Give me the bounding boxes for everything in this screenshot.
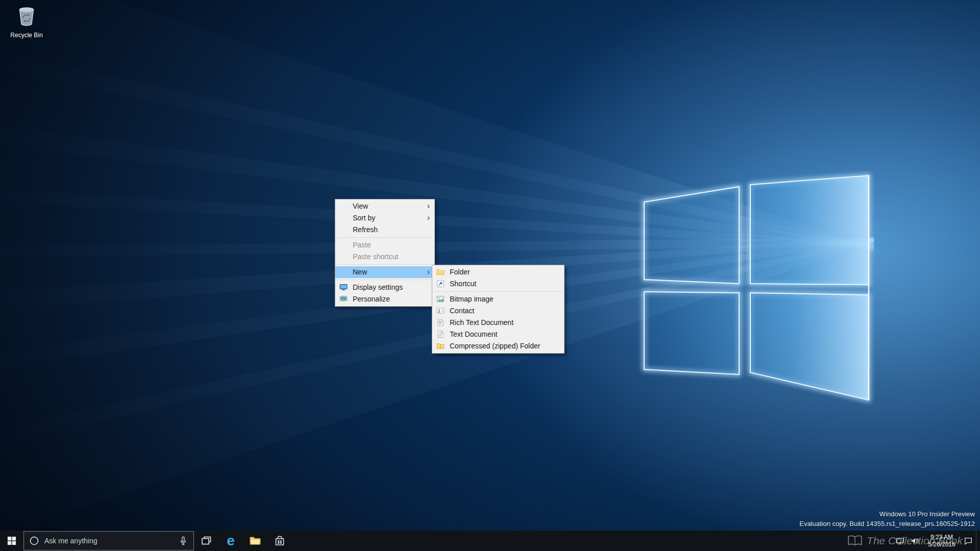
menu-separator [336,237,433,238]
menu-item-label: Paste shortcut [353,251,399,263]
menu-item-label: Contact [450,305,474,317]
new-submenu-item-bitmap-image[interactable]: Bitmap image [432,293,564,305]
context-menu-item-refresh[interactable]: Refresh [335,224,434,236]
menu-item-label: Shortcut [450,278,476,290]
taskbar: e [0,531,980,551]
recycle-bin-label: Recycle Bin [3,32,50,39]
menu-item-label: Bitmap image [450,293,494,305]
start-button[interactable] [0,531,23,551]
network-tray-icon[interactable] [892,531,908,551]
windows-logo-icon [7,536,16,545]
menu-separator [336,264,433,265]
menu-item-label: New [353,266,367,278]
new-submenu-item-text-document[interactable]: Text Document [432,329,564,340]
menu-separator [433,291,563,292]
menu-item-label: Sort by [353,212,375,224]
desktop: Recycle Bin View › Sort by › Refresh Pas… [0,0,980,551]
menu-item-label: Refresh [353,224,378,236]
folder-icon [436,268,445,276]
context-menu-item-sort-by[interactable]: Sort by › [335,212,434,224]
menu-item-label: Paste [353,239,371,251]
context-menu-item-paste-shortcut[interactable]: Paste shortcut [335,251,434,263]
taskbar-search-box[interactable] [23,531,194,550]
action-center-icon [964,536,973,545]
rich-text-document-icon [436,318,445,327]
menu-item-label: View [353,201,368,212]
task-view-icon [201,535,212,546]
microphone-icon[interactable] [178,536,188,546]
context-menu-item-new[interactable]: New › [335,266,434,278]
evaluation-watermark-line1: Windows 10 Pro Insider Preview [799,509,975,519]
action-center-button[interactable] [961,531,976,551]
shortcut-icon [436,280,445,288]
context-menu-item-personalize[interactable]: Personalize [335,293,434,305]
new-submenu-item-contact[interactable]: Contact [432,305,564,317]
desktop-context-menu: View › Sort by › Refresh Paste Paste sho… [335,199,435,307]
clock-time: 9:23 AM [930,534,953,541]
new-submenu: Folder Shortcut Bitmap image Contact [432,265,565,354]
context-menu-item-view[interactable]: View › [335,201,434,212]
taskbar-spacer [292,531,892,551]
volume-icon [911,536,920,545]
network-icon [895,536,904,545]
submenu-arrow-icon: › [427,201,430,212]
file-explorer-taskbar-button[interactable] [243,531,267,551]
menu-item-label: Rich Text Document [450,317,513,329]
submenu-arrow-icon: › [427,266,430,278]
bitmap-image-icon [436,295,445,303]
menu-item-label: Personalize [353,293,390,305]
store-icon [274,535,286,547]
evaluation-watermark: Windows 10 Pro Insider Preview Evaluatio… [799,509,975,529]
menu-item-label: Text Document [450,329,497,340]
recycle-bin-glyph [14,21,39,30]
file-explorer-icon [249,535,261,547]
new-submenu-item-shortcut[interactable]: Shortcut [432,278,564,290]
text-document-icon [436,330,445,338]
task-view-button[interactable] [194,531,218,551]
clock-date: 5/26/2016 [928,541,955,548]
recycle-bin-icon[interactable]: Recycle Bin [3,4,50,39]
taskbar-clock[interactable]: 9:23 AM 5/26/2016 [923,531,961,551]
context-menu-item-paste[interactable]: Paste [335,239,434,251]
edge-icon: e [227,534,235,548]
display-settings-icon [339,283,348,291]
menu-item-label: Compressed (zipped) Folder [450,340,540,352]
contact-icon [436,307,445,315]
personalize-icon [339,295,348,303]
new-submenu-item-rich-text-document[interactable]: Rich Text Document [432,317,564,329]
context-menu-item-display-settings[interactable]: Display settings [335,282,434,293]
menu-item-label: Folder [450,266,470,278]
cortana-icon [29,536,39,546]
volume-tray-icon[interactable] [908,531,923,551]
zip-folder-icon [436,342,445,350]
new-submenu-item-folder[interactable]: Folder [432,266,564,278]
new-submenu-item-compressed-folder[interactable]: Compressed (zipped) Folder [432,340,564,352]
search-input[interactable] [43,536,173,545]
evaluation-watermark-line2: Evaluation copy. Build 14355.rs1_release… [799,519,975,529]
menu-separator [336,280,433,280]
menu-item-label: Display settings [353,282,403,293]
show-desktop-button[interactable] [976,531,980,551]
store-taskbar-button[interactable] [267,531,292,551]
submenu-arrow-icon: › [427,212,430,223]
edge-taskbar-button[interactable]: e [218,531,243,551]
